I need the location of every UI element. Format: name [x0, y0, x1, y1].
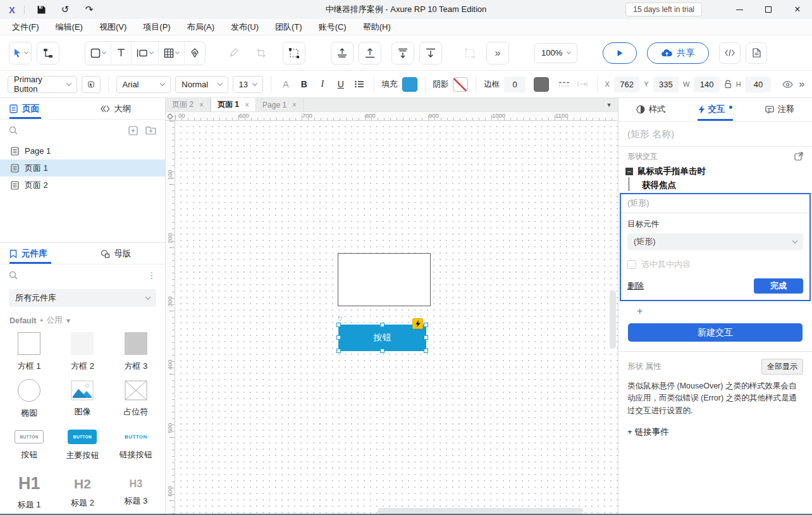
resize-handle-n[interactable] — [380, 323, 384, 327]
preview-button[interactable] — [603, 42, 637, 64]
search-icon[interactable] — [9, 271, 18, 280]
menu-file[interactable]: 文件(F) — [4, 22, 47, 33]
bring-to-front-button[interactable] — [331, 42, 354, 65]
resize-handle-nw[interactable] — [336, 323, 341, 327]
save-icon[interactable] — [34, 2, 49, 17]
page-item-selected[interactable]: 页面 1 — [0, 159, 165, 177]
visibility-button[interactable] — [780, 77, 794, 92]
add-page-icon[interactable] — [128, 126, 138, 135]
menu-publish[interactable]: 发布(U) — [223, 22, 267, 33]
tab-pages[interactable]: 页面 — [0, 103, 83, 115]
widget-link-button[interactable]: BUTTON链接按钮 — [109, 422, 163, 469]
widget-box1[interactable]: 方框 1 — [3, 328, 56, 375]
library-filter-select[interactable]: 所有元件库 — [9, 289, 156, 307]
page-item[interactable]: 页面 2 — [0, 177, 165, 194]
maximize-button[interactable] — [754, 0, 783, 19]
menu-project[interactable]: 项目(P) — [135, 22, 178, 33]
font-weight-select[interactable]: Normal — [175, 76, 228, 93]
button-widget[interactable]: 按钮 — [339, 325, 426, 351]
widget-placeholder[interactable]: 占位符 — [109, 375, 163, 422]
shadow-none-swatch[interactable] — [453, 77, 468, 92]
interaction-badge[interactable] — [412, 318, 423, 329]
ruler-settings-button[interactable] — [166, 112, 175, 121]
pen-tool-button[interactable] — [184, 42, 205, 65]
resize-handle-s[interactable] — [380, 349, 384, 353]
target-widget-select[interactable]: (矩形) — [627, 233, 803, 250]
border-color-swatch[interactable] — [534, 77, 549, 92]
delete-action-link[interactable]: 删除 — [627, 280, 644, 292]
text-color-button[interactable]: A — [279, 77, 293, 92]
tab-outline[interactable]: 大纲 — [83, 103, 166, 115]
fill-color-swatch[interactable] — [402, 77, 417, 92]
notes-doc-button[interactable] — [746, 42, 767, 64]
widget-name-input[interactable] — [618, 121, 812, 147]
style-preset-select[interactable]: Primary Button — [8, 76, 77, 93]
resize-handle-sw[interactable] — [336, 349, 341, 353]
widget-ellipse[interactable]: 椭圆 — [3, 375, 56, 422]
selected-button-widget[interactable]: 按钮 ▽ — [339, 325, 426, 351]
trial-badge[interactable]: 15 days left in trial — [625, 3, 702, 16]
close-button[interactable]: × — [783, 0, 812, 19]
italic-button[interactable]: I — [316, 77, 329, 92]
library-group-header[interactable]: Default • 公用 ▾ — [9, 315, 165, 326]
bullet-list-button[interactable] — [352, 77, 366, 92]
widget-button[interactable]: BUTTON按钮 — [3, 422, 56, 469]
x-input[interactable]: 762 — [614, 77, 639, 92]
checkbox-icon[interactable] — [627, 260, 636, 269]
stylebar-overflow-button[interactable]: » — [799, 78, 804, 90]
aspect-lock-button[interactable] — [724, 80, 732, 89]
widget-h2[interactable]: H2标题 2 — [56, 469, 109, 515]
send-to-back-button[interactable] — [391, 42, 414, 65]
bold-button[interactable]: B — [297, 77, 311, 92]
widget-h1[interactable]: H1标题 1 — [3, 469, 56, 515]
page-item[interactable]: Page 1 — [0, 142, 165, 159]
canvas-tab[interactable]: 页面 2 × — [166, 98, 211, 111]
add-action-button[interactable]: + — [618, 303, 812, 320]
font-family-select[interactable]: Arial — [116, 76, 171, 93]
edit-points-button[interactable] — [283, 42, 305, 65]
show-all-button[interactable]: 全部显示 — [761, 359, 803, 375]
widget-primary-button[interactable]: BUTTON主要按钮 — [56, 422, 109, 469]
design-canvas[interactable]: 按钮 ▽ — [175, 121, 618, 515]
undo-icon[interactable]: ↺ — [58, 2, 73, 17]
send-backward-button[interactable] — [419, 42, 442, 65]
close-tab-icon[interactable]: × — [292, 101, 297, 109]
select-text-checkbox-row[interactable]: 选中其中内容 — [627, 259, 803, 270]
border-style-button[interactable] — [557, 77, 571, 92]
resize-handle-w[interactable] — [336, 335, 341, 340]
tab-masters[interactable]: 母版 — [83, 248, 166, 259]
canvas-tab-active[interactable]: 页面 1 × — [211, 98, 256, 111]
widget-box3[interactable]: 方框 3 — [109, 328, 163, 375]
toolbar-overflow-button[interactable]: » — [486, 42, 509, 65]
underline-button[interactable]: U — [334, 77, 348, 92]
connector-tool-button[interactable] — [37, 42, 59, 65]
widget-image[interactable]: 图像 — [56, 375, 109, 422]
menu-arrange[interactable]: 布局(A) — [179, 22, 223, 33]
redo-icon[interactable]: ↷ — [82, 2, 97, 17]
add-folder-icon[interactable] — [145, 126, 156, 135]
w-input[interactable]: 140 — [694, 77, 719, 92]
tab-list-dropdown-icon[interactable]: ▼ — [600, 98, 618, 111]
minimize-button[interactable] — [725, 0, 754, 19]
widget-box2[interactable]: 方框 2 — [56, 328, 109, 375]
table-tool-button[interactable] — [158, 42, 184, 65]
share-button[interactable]: 共享 — [647, 42, 709, 64]
inspect-code-button[interactable] — [719, 42, 741, 64]
tab-interactions[interactable]: 交互 — [683, 98, 747, 121]
rectangle-widget[interactable] — [338, 253, 431, 306]
done-button[interactable]: 完成 — [754, 278, 803, 294]
tab-library[interactable]: 元件库 — [0, 248, 83, 259]
menu-edit[interactable]: 编辑(E) — [47, 22, 91, 33]
resize-handle-e[interactable] — [424, 335, 428, 340]
kebab-menu-icon[interactable]: ⋮ — [147, 270, 156, 280]
select-tool-button[interactable] — [9, 42, 32, 65]
resize-handle-ne[interactable] — [424, 323, 428, 327]
rectangle-tool-button[interactable] — [85, 42, 111, 65]
menu-account[interactable]: 账号(C) — [311, 22, 355, 33]
menu-view[interactable]: 视图(V) — [91, 22, 135, 33]
canvas-tab[interactable]: Page 1 × — [256, 98, 304, 111]
bring-forward-button[interactable] — [359, 42, 381, 65]
open-external-icon[interactable] — [794, 152, 803, 161]
search-icon[interactable] — [9, 126, 18, 135]
zoom-select[interactable]: 100% — [534, 43, 577, 63]
